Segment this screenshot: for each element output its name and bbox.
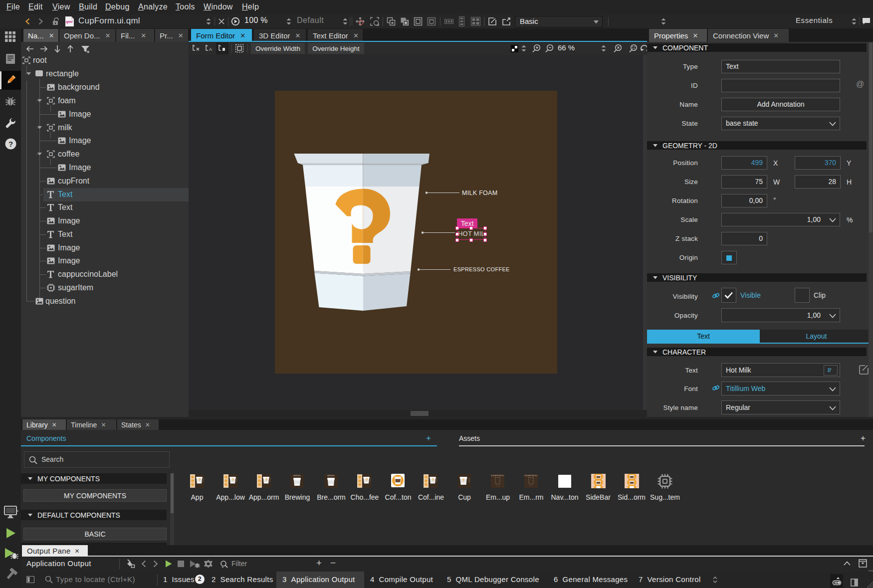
svg-text:cupFront: cupFront [58,177,90,185]
svg-text:background: background [58,83,100,91]
svg-text:?: ? [8,140,13,148]
svg-text:qml: qml [66,19,73,24]
svg-text:cappuccinoLabel: cappuccinoLabel [58,270,118,278]
svg-text:Image: Image [58,216,80,225]
svg-text:A: A [209,47,212,52]
svg-text:Image: Image [58,243,80,252]
svg-text:coffee: coffee [58,150,79,158]
svg-text:Image: Image [69,163,91,172]
svg-text:root: root [33,56,47,64]
svg-text:Image: Image [69,136,91,145]
svg-text:sugarItem: sugarItem [58,283,93,292]
svg-text:Text: Text [58,230,73,238]
svg-text:Text: Text [58,203,73,211]
svg-text:Image: Image [58,256,80,265]
svg-text:rectangle: rectangle [46,69,79,78]
svg-text:Image: Image [69,110,91,118]
svg-text:question: question [45,297,76,305]
svg-text:Text: Text [58,190,73,198]
svg-text:foam: foam [58,96,76,105]
svg-text:milk: milk [58,123,72,132]
